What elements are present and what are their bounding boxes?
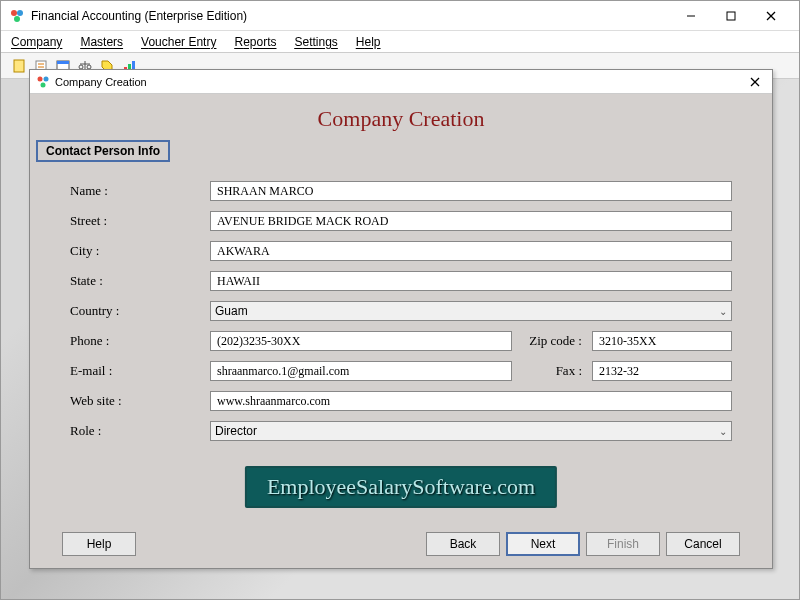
svg-point-1 xyxy=(17,10,23,16)
dialog-title: Company Creation xyxy=(55,76,744,88)
role-value: Director xyxy=(215,424,257,438)
dialog-close-button[interactable] xyxy=(744,72,766,92)
menu-voucher-entry[interactable]: Voucher Entry xyxy=(141,35,216,49)
svg-point-21 xyxy=(44,76,49,81)
label-phone: Phone : xyxy=(70,333,210,349)
label-name: Name : xyxy=(70,183,210,199)
menu-company[interactable]: Company xyxy=(11,35,62,49)
dialog-titlebar: Company Creation xyxy=(30,70,772,94)
svg-rect-4 xyxy=(727,12,735,20)
form-area: Name : Street : City : State : Country :… xyxy=(30,162,772,460)
label-zip: Zip code : xyxy=(512,333,592,349)
label-country: Country : xyxy=(70,303,210,319)
main-window: Financial Accounting (Enterprise Edition… xyxy=(0,0,800,600)
svg-rect-7 xyxy=(14,60,24,72)
country-select[interactable]: Guam ⌄ xyxy=(210,301,732,321)
minimize-button[interactable] xyxy=(671,3,711,29)
phone-field[interactable] xyxy=(210,331,512,351)
svg-point-2 xyxy=(14,16,20,22)
name-field[interactable] xyxy=(210,181,732,201)
button-bar: Help Back Next Finish Cancel xyxy=(30,532,772,556)
menu-reports[interactable]: Reports xyxy=(234,35,276,49)
state-field[interactable] xyxy=(210,271,732,291)
menu-help[interactable]: Help xyxy=(356,35,381,49)
email-field[interactable] xyxy=(210,361,512,381)
label-website: Web site : xyxy=(70,393,210,409)
svg-point-15 xyxy=(79,65,83,69)
country-value: Guam xyxy=(215,304,248,318)
section-label: Contact Person Info xyxy=(36,140,170,162)
svg-rect-12 xyxy=(57,61,69,64)
label-role: Role : xyxy=(70,423,210,439)
website-field[interactable] xyxy=(210,391,732,411)
next-button[interactable]: Next xyxy=(506,532,580,556)
cancel-button[interactable]: Cancel xyxy=(666,532,740,556)
window-title: Financial Accounting (Enterprise Edition… xyxy=(31,9,671,23)
menubar: Company Masters Voucher Entry Reports Se… xyxy=(1,31,799,53)
watermark-banner: EmployeeSalarySoftware.com xyxy=(245,466,557,508)
close-button[interactable] xyxy=(751,3,791,29)
label-city: City : xyxy=(70,243,210,259)
titlebar: Financial Accounting (Enterprise Edition… xyxy=(1,1,799,31)
svg-point-0 xyxy=(11,10,17,16)
new-file-icon[interactable] xyxy=(9,56,29,76)
help-button[interactable]: Help xyxy=(62,532,136,556)
svg-point-20 xyxy=(38,76,43,81)
label-street: Street : xyxy=(70,213,210,229)
menu-masters[interactable]: Masters xyxy=(80,35,123,49)
dialog-icon xyxy=(36,75,50,89)
city-field[interactable] xyxy=(210,241,732,261)
label-state: State : xyxy=(70,273,210,289)
zip-field[interactable] xyxy=(592,331,732,351)
app-icon xyxy=(9,8,25,24)
company-creation-dialog: Company Creation Company Creation Contac… xyxy=(29,69,773,569)
label-email: E-mail : xyxy=(70,363,210,379)
fax-field[interactable] xyxy=(592,361,732,381)
chevron-down-icon: ⌄ xyxy=(719,426,727,437)
dialog-heading: Company Creation xyxy=(30,94,772,140)
finish-button[interactable]: Finish xyxy=(586,532,660,556)
window-controls xyxy=(671,3,791,29)
label-fax: Fax : xyxy=(512,363,592,379)
street-field[interactable] xyxy=(210,211,732,231)
chevron-down-icon: ⌄ xyxy=(719,306,727,317)
svg-point-16 xyxy=(87,65,91,69)
menu-settings[interactable]: Settings xyxy=(294,35,337,49)
maximize-button[interactable] xyxy=(711,3,751,29)
svg-point-22 xyxy=(41,82,46,87)
role-select[interactable]: Director ⌄ xyxy=(210,421,732,441)
back-button[interactable]: Back xyxy=(426,532,500,556)
